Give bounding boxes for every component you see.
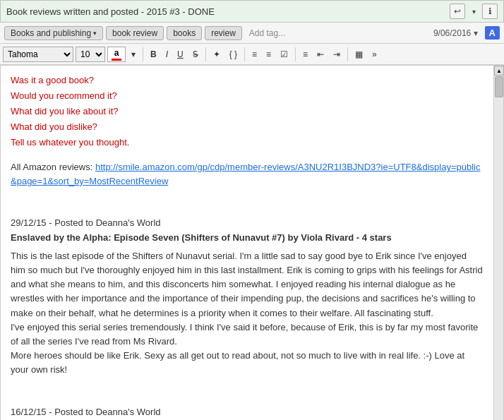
prompt-line-4: What did you dislike? — [11, 119, 484, 135]
review-1-date: 29/12/15 - Posted to Deanna's World — [11, 216, 484, 230]
more-button[interactable]: » — [368, 47, 380, 62]
info-icon[interactable]: ℹ — [482, 4, 498, 19]
review-2: 16/12/15 - Posted to Deanna's World Dirt… — [11, 405, 484, 420]
window-title: Book reviews written and posted - 2015 #… — [6, 6, 450, 17]
tag-review[interactable]: review — [205, 26, 242, 40]
font-a-button[interactable]: A — [485, 26, 500, 40]
title-bar: Book reviews written and posted - 2015 #… — [0, 0, 504, 23]
font-color-bar — [112, 59, 121, 61]
add-tag-button[interactable]: Add tag... — [245, 27, 289, 40]
highlight-button[interactable]: ✦ — [210, 47, 224, 62]
unordered-list-button[interactable]: ≡ — [248, 47, 260, 62]
prompt-line-3: What did you like about it? — [11, 104, 484, 119]
separator-3 — [244, 47, 245, 61]
formatting-toolbar: Tahoma 10 a ▾ B I U S̶ ✦ { } ≡ ≡ ☑ ≡ ⇤ ⇥… — [0, 44, 504, 65]
separator-2 — [205, 47, 206, 61]
tags-bar: Books and publishing ▾ book review books… — [0, 23, 504, 44]
code-button[interactable]: { } — [226, 47, 241, 62]
ordered-list-button[interactable]: ≡ — [263, 47, 275, 62]
share-dropdown-icon[interactable]: ▾ — [469, 4, 478, 19]
scroll-up-button[interactable]: ▲ — [494, 66, 504, 76]
tag-dropdown-arrow: ▾ — [93, 30, 97, 37]
review-1-body-2: I've enjoyed this serial series tremendo… — [11, 320, 484, 349]
separator-1 — [143, 47, 143, 61]
prompt-line-5: Tell us whatever you thought. — [11, 135, 484, 150]
editor-content[interactable]: Was it a good book? Would you recommend … — [1, 66, 493, 420]
font-select[interactable]: Tahoma — [3, 47, 73, 62]
review-2-date: 16/12/15 - Posted to Deanna's World — [11, 405, 484, 419]
amazon-section: All Amazon reviews: http://smile.amazon.… — [11, 160, 484, 188]
align-button[interactable]: ≡ — [299, 47, 311, 62]
separator-5 — [347, 47, 348, 61]
strikethrough-button[interactable]: S̶ — [189, 47, 202, 62]
review-1-body-3: More heroes should be like Erik. Sexy as… — [11, 349, 484, 377]
title-bar-icons: ↩ ▾ ℹ — [450, 4, 498, 19]
tag-book-review[interactable]: book review — [106, 26, 164, 40]
review-1: 29/12/15 - Posted to Deanna's World Ensl… — [11, 216, 484, 377]
tag-books[interactable]: books — [167, 26, 202, 40]
font-size-select[interactable]: 10 — [76, 47, 105, 62]
checklist-button[interactable]: ☑ — [277, 47, 292, 62]
vertical-scrollbar[interactable]: ▲ ▼ — [493, 66, 503, 420]
indent-button[interactable]: ⇤ — [313, 47, 328, 62]
scroll-thumb[interactable] — [495, 76, 503, 97]
color-dropdown-button[interactable]: ▾ — [128, 47, 139, 62]
italic-button[interactable]: I — [162, 47, 172, 62]
review-1-title: Enslaved by the Alpha: Episode Seven (Sh… — [11, 231, 484, 245]
bold-button[interactable]: B — [147, 47, 160, 62]
date-display: 9/06/2016 ▾ — [433, 28, 478, 38]
table-button[interactable]: ▦ — [352, 47, 366, 62]
review-1-body-1: This is the last episode of the Shifters… — [11, 249, 484, 320]
editor-wrapper: Was it a good book? Would you recommend … — [0, 65, 504, 420]
font-color-button[interactable]: a — [107, 47, 126, 62]
outdent-button[interactable]: ⇥ — [330, 47, 344, 62]
scroll-track[interactable] — [494, 76, 503, 420]
prompt-line-2: Would you recommend it? — [11, 88, 484, 104]
share-icon[interactable]: ↩ — [450, 4, 465, 19]
prompt-line-1: Was it a good book? — [11, 73, 484, 88]
underline-button[interactable]: U — [174, 47, 187, 62]
prompt-text: Was it a good book? Would you recommend … — [11, 73, 484, 150]
separator-4 — [295, 47, 296, 61]
tag-books-publishing[interactable]: Books and publishing ▾ — [4, 26, 103, 40]
amazon-label: All Amazon reviews: — [11, 162, 95, 172]
